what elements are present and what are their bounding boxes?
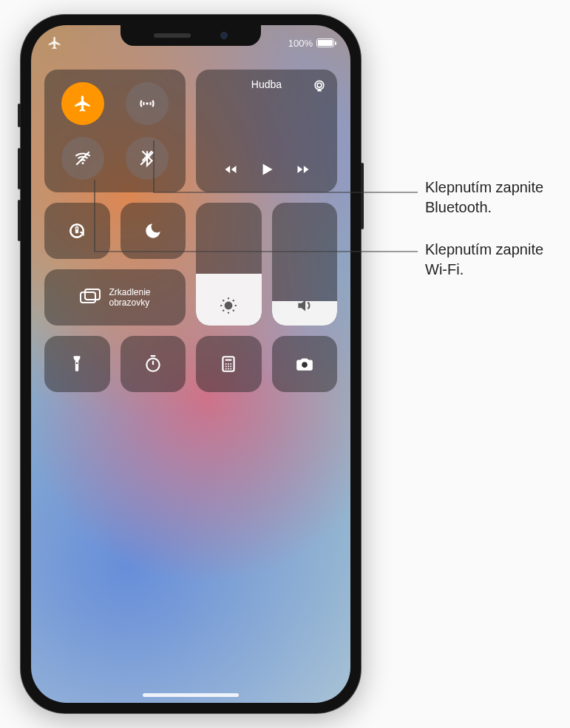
airplane-status-icon bbox=[47, 36, 62, 50]
notch bbox=[121, 25, 261, 46]
leader-lines bbox=[0, 0, 570, 728]
battery-percent: 100% bbox=[288, 38, 313, 49]
battery-icon bbox=[316, 38, 334, 47]
callout-wifi: Klepnutím zapnite Wi-Fi. bbox=[425, 240, 566, 280]
callout-bluetooth: Klepnutím zapnite Bluetooth. bbox=[425, 178, 566, 218]
